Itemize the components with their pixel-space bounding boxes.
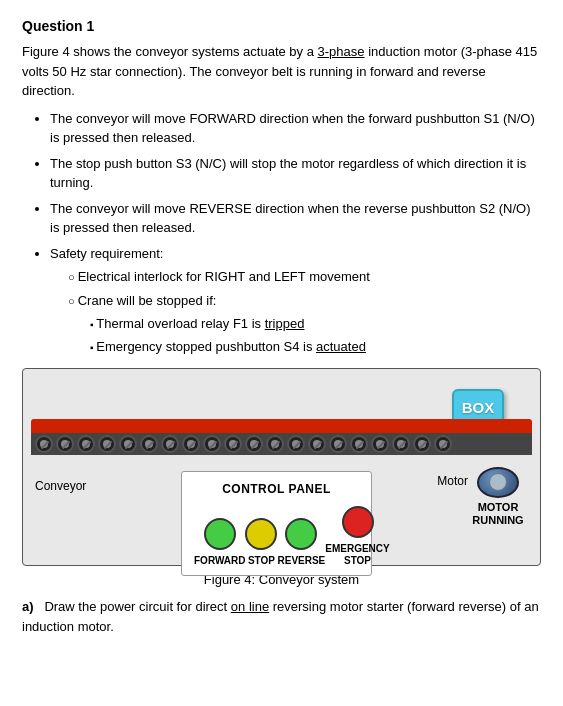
cp-buttons: FORWARD STOP REVERSE EMERGENCYSTOP (194, 506, 359, 567)
reverse-button[interactable] (285, 518, 317, 550)
roller-10 (224, 435, 242, 453)
intro-paragraph: Figure 4 shows the conveyor systems actu… (22, 42, 541, 101)
part-a-label: a) (22, 599, 34, 614)
figure-box: BOX (22, 368, 541, 566)
emergency-button[interactable] (342, 506, 374, 538)
roller-4 (98, 435, 116, 453)
safety-interlock: Electrical interlock for RIGHT and LEFT … (68, 267, 541, 287)
motor-circle (477, 467, 519, 498)
main-bullet-list: The conveyor will move FORWARD direction… (22, 109, 541, 357)
bullet-stop: The stop push button S3 (N/C) will stop … (50, 154, 541, 193)
emergency-label: EMERGENCYSTOP (325, 543, 389, 567)
question-part-a: a) Draw the power circuit for direct on … (22, 597, 541, 636)
motor-running-label: MOTOR RUNNING (472, 501, 523, 527)
roller-11 (245, 435, 263, 453)
stop-label: STOP (248, 555, 275, 567)
cp-title: CONTROL PANEL (194, 482, 359, 496)
btn-stop: STOP (245, 518, 277, 567)
safety-sub-list: Electrical interlock for RIGHT and LEFT … (50, 267, 541, 356)
safety-stopped: Crane will be stopped if: Thermal overlo… (68, 291, 541, 357)
roller-2 (56, 435, 74, 453)
roller-8 (182, 435, 200, 453)
roller-18 (392, 435, 410, 453)
motor-label: Motor (437, 474, 468, 488)
roller-12 (266, 435, 284, 453)
belt-middle (31, 433, 532, 455)
roller-19 (413, 435, 431, 453)
roller-20 (434, 435, 452, 453)
bullet-forward: The conveyor will move FORWARD direction… (50, 109, 541, 148)
actuated-text: actuated (316, 339, 366, 354)
conveyor-belt (31, 419, 532, 467)
roller-13 (287, 435, 305, 453)
roller-7 (161, 435, 179, 453)
stop-button[interactable] (245, 518, 277, 550)
motor-graphic: MOTOR RUNNING (472, 467, 524, 527)
reverse-label: REVERSE (277, 555, 325, 567)
control-panel: CONTROL PANEL FORWARD STOP REVERSE EMERG… (181, 471, 372, 576)
bullet-safety: Safety requirement: Electrical interlock… (50, 244, 541, 357)
question-title: Question 1 (22, 18, 541, 34)
roller-3 (77, 435, 95, 453)
forward-button[interactable] (204, 518, 236, 550)
roller-5 (119, 435, 137, 453)
btn-reverse: REVERSE (277, 518, 325, 567)
forward-label: FORWARD (194, 555, 245, 567)
btn-forward: FORWARD (194, 518, 245, 567)
conveyor-scene: BOX (31, 379, 532, 549)
roller-1 (35, 435, 53, 453)
roller-15 (329, 435, 347, 453)
on-line-link: on line (231, 599, 269, 614)
belt-top (31, 419, 532, 433)
safety-thermal: Thermal overload relay F1 is tripped (90, 314, 541, 334)
bullet-reverse: The conveyor will move REVERSE direction… (50, 199, 541, 238)
btn-emergency: EMERGENCYSTOP (325, 506, 389, 567)
safety-emergency: Emergency stopped pushbutton S4 is actua… (90, 337, 541, 357)
roller-17 (371, 435, 389, 453)
roller-16 (350, 435, 368, 453)
safety-sub-sub-list: Thermal overload relay F1 is tripped Eme… (68, 314, 541, 356)
3phase-link: 3-phase (318, 44, 365, 59)
roller-14 (308, 435, 326, 453)
roller-9 (203, 435, 221, 453)
conveyor-label: Conveyor (35, 479, 86, 493)
tripped-text: tripped (265, 316, 305, 331)
roller-6 (140, 435, 158, 453)
motor-inner (489, 473, 507, 491)
